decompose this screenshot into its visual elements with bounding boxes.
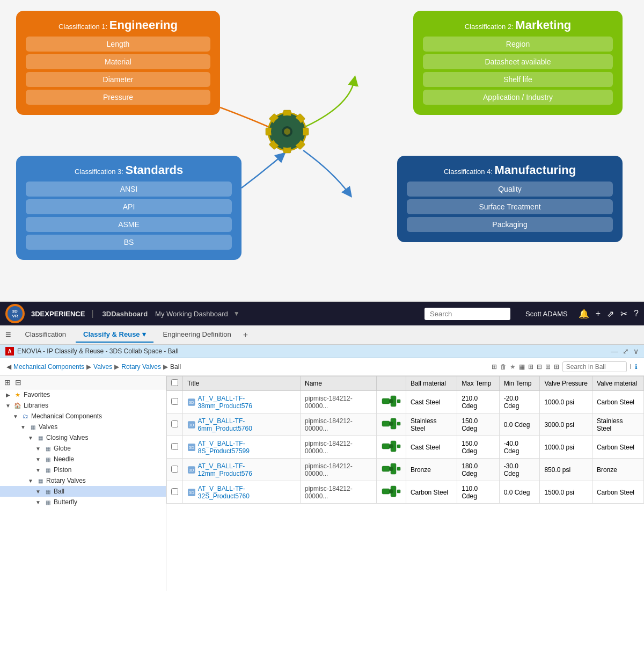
row-checkbox-0[interactable] [171, 398, 178, 405]
row-checkbox-3[interactable] [171, 466, 178, 473]
svg-point-18 [389, 399, 393, 403]
sidebar-item-libraries[interactable]: ▼ 🏠 Libraries [0, 400, 166, 411]
breadcrumb-tool-delete[interactable]: 🗑 [500, 363, 507, 371]
breadcrumb-search-input[interactable] [562, 361, 627, 372]
topbar-search-input[interactable] [425, 308, 510, 320]
row-valve-pressure-4: 1500.0 psi [540, 481, 592, 504]
row-checkbox-1[interactable] [171, 420, 178, 427]
sidebar-item-ball[interactable]: ▼ ▦ Ball [0, 486, 166, 497]
sidebar-item-closing-valves[interactable]: ▼ ▦ Closing Valves [0, 432, 166, 443]
breadcrumb-tool-table[interactable]: ▦ [519, 363, 525, 371]
sidebar-item-rotary-valves[interactable]: ▼ ▦ Rotary Valves [0, 475, 166, 486]
add-icon[interactable]: + [596, 309, 601, 319]
breadcrumb-info-icon[interactable]: ℹ [635, 363, 638, 371]
row-icon-2 [376, 436, 406, 459]
col-name: Name [301, 376, 377, 391]
tab-classification[interactable]: Classification [18, 327, 74, 343]
favorites-arrow: ▶ [4, 392, 12, 398]
row-min-temp-2: -40.0 Cdeg [499, 436, 540, 459]
breadcrumb-tool-filter[interactable]: ⊞ [492, 363, 497, 371]
sidebar-collapse-icon[interactable]: ⊟ [15, 378, 21, 387]
col-checkbox [167, 376, 183, 391]
tools-icon[interactable]: ✂ [620, 309, 627, 319]
topbar-logo-inner: 3DVR [8, 306, 23, 321]
window-expand-button[interactable]: ⤢ [623, 347, 629, 355]
breadcrumb-tools: ⊞ 🗑 ★ ▦ ⊞ ⊟ ⊞ ⊞ I ℹ [492, 361, 638, 372]
butterfly-label: Butterfly [54, 498, 77, 506]
row-checkbox-4[interactable] [171, 488, 178, 495]
topbar-dashboard-label: My Working Dashboard [155, 310, 228, 318]
star-icon: ★ [13, 391, 22, 398]
sidebar-item-valves[interactable]: ▼ ▦ Valves [0, 422, 166, 432]
table-row[interactable]: 3D AT_V_BALL-TF-12mm_Product576 pipmisc-… [167, 459, 644, 481]
sidebar-item-globe[interactable]: ▼ ▦ Globe [0, 443, 166, 454]
svg-rect-30 [397, 445, 400, 448]
svg-rect-21 [382, 421, 390, 426]
breadcrumb-search-icon[interactable]: I [630, 363, 632, 371]
sidebar-item-favorites[interactable]: ▶ ★ Favorites [0, 389, 166, 400]
row-icon-1 [376, 413, 406, 436]
app-section: 3DVR 3DEXPERIENCE | 3DDashboard My Worki… [0, 301, 644, 591]
table-row[interactable]: 3D AT_V_BALL-TF-6mm_Product5760 pipmisc-… [167, 413, 644, 436]
table-row[interactable]: 3D AT_V_BALL-TF-8S_Product57599 pipmisc-… [167, 436, 644, 459]
window-minimize-button[interactable]: — [611, 347, 618, 355]
sidebar-toolbar: ⊞ ⊟ [0, 376, 166, 389]
topbar-user: Scott ADAMS [525, 310, 568, 318]
tab-classify-reuse[interactable]: Classify & Reuse ▾ [76, 327, 153, 343]
eng-item-2: Diameter [26, 72, 210, 87]
notification-icon[interactable]: 🔔 [579, 309, 589, 319]
row-valve-material-0: Carbon Steel [592, 391, 643, 413]
window-titlebar-controls: — ⤢ ∨ [611, 347, 639, 355]
eng-item-3: Pressure [26, 90, 210, 105]
sidebar-item-piston[interactable]: ▼ ▦ Piston [0, 465, 166, 475]
hamburger-menu[interactable]: ≡ [5, 329, 11, 340]
globe-arrow: ▼ [34, 446, 42, 452]
needle-arrow: ▼ [34, 456, 42, 462]
breadcrumb-back-arrow[interactable]: ◀ [6, 363, 11, 371]
svg-text:3D: 3D [189, 445, 194, 449]
sidebar-item-mechanical[interactable]: ▼ 🗂 Mechanical Components [0, 411, 166, 422]
select-all-checkbox[interactable] [171, 379, 178, 386]
box-standards: Classification 3: Standards ANSI API ASM… [16, 156, 241, 260]
row-valve-material-3: Bronze [592, 459, 643, 481]
breadcrumb-valves[interactable]: Valves [93, 363, 112, 371]
mechanical-label: Mechanical Components [31, 412, 102, 420]
sidebar-item-needle[interactable]: ▼ ▦ Needle [0, 454, 166, 465]
table-row[interactable]: 3D AT_V_BALL-TF-38mm_Product576 pipmisc-… [167, 391, 644, 413]
breadcrumb-sep-1: ▶ [86, 363, 91, 371]
topbar: 3DVR 3DEXPERIENCE | 3DDashboard My Worki… [0, 302, 644, 325]
breadcrumb-rotary-valves[interactable]: Rotary Valves [121, 363, 161, 371]
table-row[interactable]: 3D AT_V_BALL-TF-32S_Product5760 pipmisc-… [167, 481, 644, 504]
tab-engineering-definition[interactable]: Engineering Definition [156, 327, 239, 343]
breadcrumb-tool-config[interactable]: ⊞ [528, 363, 533, 371]
breadcrumb-tool-more[interactable]: ⊞ [554, 363, 559, 371]
closing-valves-label: Closing Valves [46, 434, 88, 441]
topbar-dropdown-arrow[interactable]: ▼ [233, 310, 240, 317]
window-title-icon: A [5, 347, 14, 355]
breadcrumb-tool-chart[interactable]: ⊟ [537, 363, 542, 371]
row-name-2: pipmisc-184212-00000... [301, 436, 377, 459]
breadcrumb-tool-export[interactable]: ⊞ [545, 363, 551, 371]
window-close-button[interactable]: ∨ [633, 347, 639, 355]
sidebar-expand-icon[interactable]: ⊞ [4, 378, 11, 387]
piston-icon: ▦ [43, 466, 52, 474]
breadcrumb-tool-star[interactable]: ★ [510, 363, 516, 371]
row-ball-material-0: Cast Steel [406, 391, 457, 413]
row-min-temp-1: 0.0 Cdeg [499, 413, 540, 436]
help-icon[interactable]: ? [634, 309, 639, 319]
svg-point-39 [389, 467, 393, 471]
std-item-3: BS [26, 235, 232, 250]
add-tab-button[interactable]: + [243, 330, 248, 340]
share-icon[interactable]: ⇗ [607, 309, 614, 319]
svg-rect-14 [382, 398, 390, 404]
favorites-label: Favorites [24, 391, 50, 398]
row-name-1: pipmisc-184212-00000... [301, 413, 377, 436]
needle-label: Needle [54, 455, 74, 463]
row-checkbox-2[interactable] [171, 443, 178, 450]
row-ball-material-3: Bronze [406, 459, 457, 481]
mfg-item-0: Quality [407, 182, 613, 197]
topbar-separator: | [91, 309, 93, 318]
breadcrumb-mechanical[interactable]: Mechanical Components [13, 363, 84, 371]
sidebar-item-butterfly[interactable]: ▼ ▦ Butterfly [0, 497, 166, 507]
row-icon-0 [376, 391, 406, 413]
